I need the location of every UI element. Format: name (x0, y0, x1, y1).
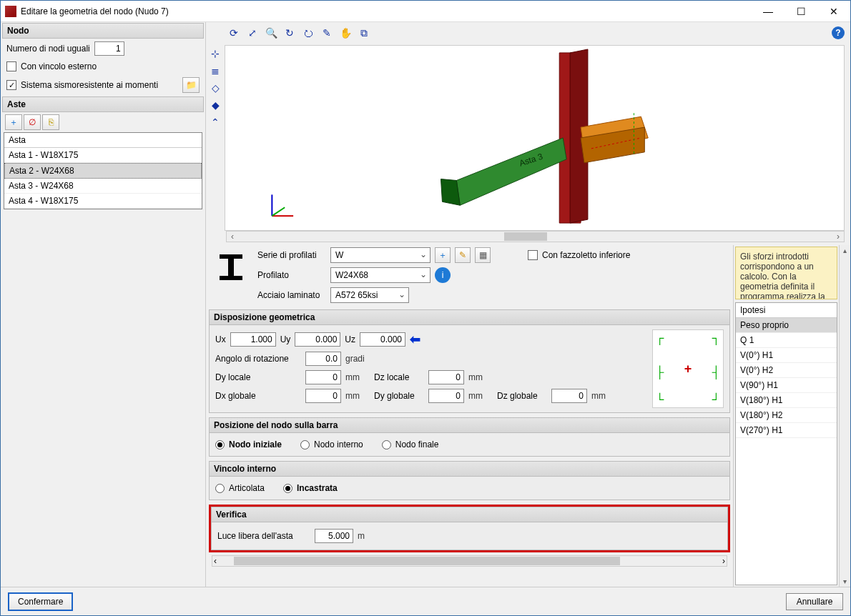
incastrata-radio[interactable] (283, 484, 292, 493)
list-item[interactable]: Asta 2 - W24X68 (4, 163, 202, 179)
direction-arrow-icon[interactable]: ⬅ (410, 332, 420, 347)
scroll-down-icon[interactable]: ▾ (843, 577, 847, 585)
dy-locale-input[interactable] (305, 370, 341, 384)
list-item[interactable]: V(180°) H1 (736, 393, 837, 408)
confirm-button[interactable]: Confermare (8, 592, 73, 611)
luce-label: Luce libera dell'asta (217, 531, 310, 541)
axis-icon[interactable]: ⊹ (208, 46, 222, 61)
close-button[interactable]: ✕ (817, 1, 850, 22)
help-icon[interactable]: ? (832, 26, 845, 39)
scroll-up-icon[interactable]: ▴ (843, 247, 847, 254)
view-toolbar: ⟳ ⤢ 🔍 ↻ ⭮ ✎ ✋ ⧉ (206, 22, 850, 45)
cancel-button[interactable]: Annullare (786, 593, 843, 610)
fazzoletto-checkbox[interactable] (528, 250, 538, 260)
uy-label: Uy (280, 334, 291, 344)
list-item[interactable]: V(180°) H2 (736, 408, 837, 423)
redraw-icon[interactable]: ✎ (319, 25, 335, 41)
list-item[interactable]: Q 1 (736, 333, 837, 348)
uz-input[interactable] (360, 332, 405, 347)
dx-globale-label: Dx globale (215, 391, 301, 401)
nodo-header: Nodo (2, 23, 204, 39)
print-view-icon[interactable]: ⧉ (356, 25, 372, 41)
acciaio-combo[interactable]: A572 65ksi (330, 287, 409, 303)
copy-asta-button[interactable]: ⎘ (42, 114, 59, 130)
pan-icon[interactable]: ✋ (338, 25, 353, 41)
layers-icon[interactable]: ≣ (208, 64, 222, 78)
nodo-interno-label: Nodo interno (314, 439, 363, 449)
vincolo-esterno-label: Con vincolo esterno (21, 61, 97, 71)
forms-hscroll[interactable]: ‹ › (212, 555, 727, 567)
vincolo-header: Vincolo interno (209, 461, 730, 477)
forms-vscroll[interactable]: ▴ ▾ (839, 245, 850, 587)
sismo-checkbox[interactable]: ✓ (6, 80, 16, 90)
edit-serie-button[interactable]: ✎ (455, 247, 471, 263)
fazzoletto-label: Con fazzoletto inferiore (542, 250, 630, 260)
num-nodi-input[interactable] (94, 41, 124, 56)
svg-rect-12 (228, 259, 234, 276)
model-sketch: Asta 3 (225, 46, 844, 230)
zoom-extents-icon[interactable]: ⤢ (245, 25, 260, 41)
add-serie-button[interactable]: ＋ (435, 247, 451, 263)
dz-globale-input[interactable] (551, 389, 587, 403)
list-item[interactable]: V(270°) H1 (736, 423, 837, 438)
add-asta-button[interactable]: ＋ (5, 114, 22, 130)
uy-input[interactable] (295, 332, 340, 347)
sismo-label: Sistema sismoresistente ai momenti (21, 80, 158, 90)
dx-globale-input[interactable] (305, 389, 341, 403)
ux-label: Ux (215, 334, 226, 344)
nodo-interno-radio[interactable] (300, 440, 310, 449)
viewport-3d[interactable]: Asta 3 (225, 45, 845, 231)
zoom-icon[interactable]: 🔍 (263, 25, 279, 41)
svg-rect-13 (220, 276, 242, 280)
table-serie-button[interactable]: ▦ (475, 247, 491, 263)
luce-input[interactable] (315, 529, 353, 543)
view-side-toolbar: ⊹ ≣ ◇ ◆ ⌃ (206, 45, 225, 231)
solid-icon[interactable]: ◆ (208, 98, 222, 112)
list-item[interactable]: V(90°) H1 (736, 378, 837, 393)
serie-combo[interactable]: W (330, 247, 431, 263)
rotate-icon[interactable]: ↻ (282, 25, 297, 41)
scroll-right-icon[interactable]: › (832, 232, 844, 242)
nodo-iniziale-label: Nodo iniziale (229, 439, 282, 449)
zoom-window-icon[interactable]: ⟳ (226, 25, 242, 41)
angolo-unit: gradi (345, 354, 365, 364)
list-item[interactable]: Asta 3 - W24X68 (4, 179, 202, 194)
list-item[interactable]: Asta 4 - W18X175 (4, 194, 202, 209)
sismo-settings-button[interactable]: 📁 (182, 77, 200, 93)
acciaio-label: Acciaio laminato (257, 290, 326, 300)
right-panel: ? ⟳ ⤢ 🔍 ↻ ⭮ ✎ ✋ ⧉ ⊹ ≣ ◇ ◆ ⌃ (206, 22, 850, 587)
nodo-iniziale-radio[interactable] (215, 440, 225, 449)
info-profilato-button[interactable]: i (435, 267, 451, 283)
list-item[interactable]: Peso proprio (736, 318, 837, 333)
collapse-icon[interactable]: ⌃ (208, 115, 222, 129)
scroll-left-icon[interactable]: ‹ (227, 232, 238, 242)
list-item[interactable]: V(0°) H1 (736, 348, 837, 363)
viewport-hscroll[interactable]: ‹ › (226, 231, 845, 242)
num-nodi-label: Numero di nodi uguali (6, 44, 90, 54)
ipotesi-list: Ipotesi Peso proprio Q 1 V(0°) H1 V(0°) … (735, 302, 837, 585)
dy-globale-input[interactable] (428, 389, 464, 403)
profilato-combo[interactable]: W24X68 (330, 267, 431, 283)
wireframe-icon[interactable]: ◇ (208, 81, 222, 95)
scroll-left-icon[interactable]: ‹ (214, 556, 217, 566)
svg-marker-5 (441, 179, 461, 206)
dz-locale-input[interactable] (428, 370, 464, 384)
articolata-radio[interactable] (215, 484, 225, 493)
minimize-button[interactable]: — (752, 1, 784, 22)
ux-input[interactable] (230, 332, 276, 347)
orbit-icon[interactable]: ⭮ (300, 25, 316, 41)
svg-line-8 (272, 207, 285, 216)
vincolo-esterno-checkbox[interactable] (6, 61, 16, 71)
scroll-thumb[interactable] (234, 557, 620, 565)
list-item[interactable]: Asta 1 - W18X175 (4, 148, 202, 163)
delete-asta-button[interactable]: ∅ (24, 114, 41, 130)
scroll-thumb[interactable] (504, 232, 547, 241)
list-item[interactable]: V(0°) H2 (736, 363, 837, 378)
maximize-button[interactable]: ☐ (784, 1, 817, 22)
scroll-right-icon[interactable]: › (722, 556, 725, 566)
aste-column-header: Asta (4, 133, 202, 148)
angolo-label: Angolo di rotazione (215, 354, 301, 364)
nodo-finale-radio[interactable] (382, 440, 391, 449)
verifica-highlight: Verifica Luce libera dell'asta m (209, 505, 730, 552)
angolo-input[interactable] (305, 352, 341, 366)
